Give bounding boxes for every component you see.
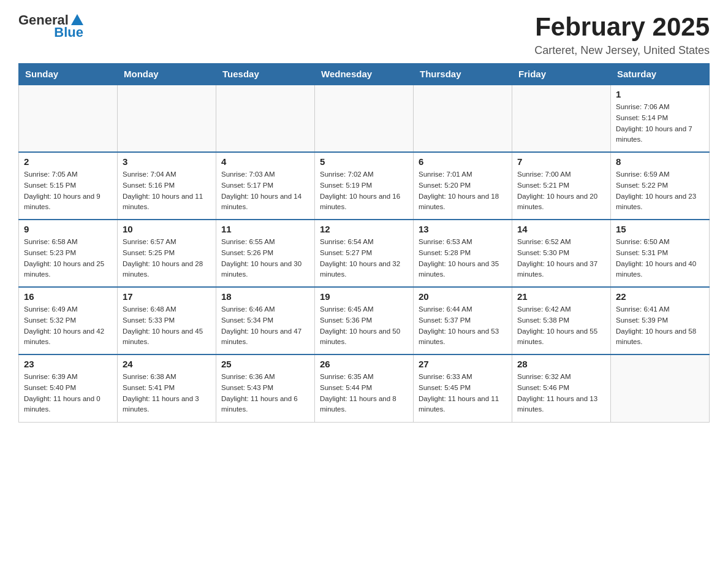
calendar-cell: 25Sunrise: 6:36 AM Sunset: 5:43 PM Dayli… xyxy=(216,354,315,422)
day-number: 5 xyxy=(320,156,408,167)
day-number: 19 xyxy=(320,291,408,302)
day-number: 11 xyxy=(221,224,309,234)
day-info: Sunrise: 6:38 AM Sunset: 5:41 PM Dayligh… xyxy=(123,372,211,415)
calendar-cell: 17Sunrise: 6:48 AM Sunset: 5:33 PM Dayli… xyxy=(118,287,216,354)
day-number: 16 xyxy=(24,291,112,302)
logo-blue-text: Blue xyxy=(54,25,83,40)
day-info: Sunrise: 7:00 AM Sunset: 5:21 PM Dayligh… xyxy=(517,169,605,213)
day-info: Sunrise: 7:01 AM Sunset: 5:20 PM Dayligh… xyxy=(419,169,507,213)
calendar-cell xyxy=(216,85,315,152)
week-row-1: 1Sunrise: 7:06 AM Sunset: 5:14 PM Daylig… xyxy=(19,85,710,152)
day-number: 27 xyxy=(419,359,507,369)
day-header-tuesday: Tuesday xyxy=(216,64,315,85)
day-info: Sunrise: 7:03 AM Sunset: 5:17 PM Dayligh… xyxy=(221,169,309,213)
day-number: 7 xyxy=(517,156,605,167)
calendar-cell: 9Sunrise: 6:58 AM Sunset: 5:23 PM Daylig… xyxy=(19,220,118,287)
day-info: Sunrise: 6:46 AM Sunset: 5:34 PM Dayligh… xyxy=(221,304,309,348)
day-number: 23 xyxy=(24,359,112,369)
calendar-cell: 12Sunrise: 6:54 AM Sunset: 5:27 PM Dayli… xyxy=(315,220,414,287)
day-header-saturday: Saturday xyxy=(611,64,710,85)
day-number: 10 xyxy=(123,224,211,234)
day-number: 8 xyxy=(616,156,704,167)
day-info: Sunrise: 6:53 AM Sunset: 5:28 PM Dayligh… xyxy=(419,237,507,280)
day-number: 3 xyxy=(123,156,211,167)
week-row-2: 2Sunrise: 7:05 AM Sunset: 5:15 PM Daylig… xyxy=(19,152,710,220)
day-header-friday: Friday xyxy=(512,64,611,85)
day-info: Sunrise: 6:33 AM Sunset: 5:45 PM Dayligh… xyxy=(419,372,507,415)
calendar-cell xyxy=(414,85,512,152)
day-number: 21 xyxy=(517,291,605,302)
calendar-cell: 2Sunrise: 7:05 AM Sunset: 5:15 PM Daylig… xyxy=(19,152,118,220)
day-info: Sunrise: 6:44 AM Sunset: 5:37 PM Dayligh… xyxy=(419,304,507,348)
day-info: Sunrise: 7:06 AM Sunset: 5:14 PM Dayligh… xyxy=(616,102,704,145)
calendar-cell: 16Sunrise: 6:49 AM Sunset: 5:32 PM Dayli… xyxy=(19,287,118,354)
calendar-cell: 15Sunrise: 6:50 AM Sunset: 5:31 PM Dayli… xyxy=(611,220,710,287)
day-number: 9 xyxy=(24,224,112,234)
day-number: 20 xyxy=(419,291,507,302)
day-number: 25 xyxy=(221,359,309,369)
calendar-cell: 27Sunrise: 6:33 AM Sunset: 5:45 PM Dayli… xyxy=(414,354,512,422)
calendar-cell: 28Sunrise: 6:32 AM Sunset: 5:46 PM Dayli… xyxy=(512,354,611,422)
day-header-wednesday: Wednesday xyxy=(315,64,414,85)
day-header-sunday: Sunday xyxy=(19,64,118,85)
day-info: Sunrise: 6:57 AM Sunset: 5:25 PM Dayligh… xyxy=(123,237,211,280)
day-info: Sunrise: 6:59 AM Sunset: 5:22 PM Dayligh… xyxy=(616,169,704,213)
logo: General Blue xyxy=(18,12,83,40)
week-row-3: 9Sunrise: 6:58 AM Sunset: 5:23 PM Daylig… xyxy=(19,220,710,287)
calendar-cell: 20Sunrise: 6:44 AM Sunset: 5:37 PM Dayli… xyxy=(414,287,512,354)
day-number: 4 xyxy=(221,156,309,167)
logo-triangle-icon xyxy=(71,14,83,25)
calendar-cell: 22Sunrise: 6:41 AM Sunset: 5:39 PM Dayli… xyxy=(611,287,710,354)
calendar-cell xyxy=(611,354,710,422)
day-info: Sunrise: 6:50 AM Sunset: 5:31 PM Dayligh… xyxy=(616,237,704,280)
day-info: Sunrise: 6:42 AM Sunset: 5:38 PM Dayligh… xyxy=(517,304,605,348)
day-info: Sunrise: 6:55 AM Sunset: 5:26 PM Dayligh… xyxy=(221,237,309,280)
day-info: Sunrise: 6:36 AM Sunset: 5:43 PM Dayligh… xyxy=(221,372,309,415)
day-number: 18 xyxy=(221,291,309,302)
title-section: February 2025 Carteret, New Jersey, Unit… xyxy=(534,12,710,57)
day-info: Sunrise: 7:02 AM Sunset: 5:19 PM Dayligh… xyxy=(320,169,408,213)
day-info: Sunrise: 6:58 AM Sunset: 5:23 PM Dayligh… xyxy=(24,237,112,280)
day-info: Sunrise: 6:48 AM Sunset: 5:33 PM Dayligh… xyxy=(123,304,211,348)
day-info: Sunrise: 6:45 AM Sunset: 5:36 PM Dayligh… xyxy=(320,304,408,348)
calendar-cell xyxy=(118,85,216,152)
week-row-4: 16Sunrise: 6:49 AM Sunset: 5:32 PM Dayli… xyxy=(19,287,710,354)
day-number: 2 xyxy=(24,156,112,167)
day-number: 6 xyxy=(419,156,507,167)
day-info: Sunrise: 6:52 AM Sunset: 5:30 PM Dayligh… xyxy=(517,237,605,280)
calendar-cell: 8Sunrise: 6:59 AM Sunset: 5:22 PM Daylig… xyxy=(611,152,710,220)
calendar-cell: 6Sunrise: 7:01 AM Sunset: 5:20 PM Daylig… xyxy=(414,152,512,220)
calendar-table: SundayMondayTuesdayWednesdayThursdayFrid… xyxy=(18,63,710,423)
day-number: 24 xyxy=(123,359,211,369)
day-info: Sunrise: 6:39 AM Sunset: 5:40 PM Dayligh… xyxy=(24,372,112,415)
calendar-cell: 21Sunrise: 6:42 AM Sunset: 5:38 PM Dayli… xyxy=(512,287,611,354)
day-info: Sunrise: 6:41 AM Sunset: 5:39 PM Dayligh… xyxy=(616,304,704,348)
day-info: Sunrise: 6:32 AM Sunset: 5:46 PM Dayligh… xyxy=(517,372,605,415)
calendar-cell: 24Sunrise: 6:38 AM Sunset: 5:41 PM Dayli… xyxy=(118,354,216,422)
day-number: 28 xyxy=(517,359,605,369)
day-info: Sunrise: 6:54 AM Sunset: 5:27 PM Dayligh… xyxy=(320,237,408,280)
svg-marker-0 xyxy=(71,14,83,25)
day-number: 12 xyxy=(320,224,408,234)
day-number: 26 xyxy=(320,359,408,369)
day-number: 22 xyxy=(616,291,704,302)
day-number: 14 xyxy=(517,224,605,234)
day-info: Sunrise: 7:05 AM Sunset: 5:15 PM Dayligh… xyxy=(24,169,112,213)
calendar-cell: 5Sunrise: 7:02 AM Sunset: 5:19 PM Daylig… xyxy=(315,152,414,220)
calendar-cell xyxy=(512,85,611,152)
calendar-cell: 26Sunrise: 6:35 AM Sunset: 5:44 PM Dayli… xyxy=(315,354,414,422)
calendar-cell: 18Sunrise: 6:46 AM Sunset: 5:34 PM Dayli… xyxy=(216,287,315,354)
calendar-cell: 7Sunrise: 7:00 AM Sunset: 5:21 PM Daylig… xyxy=(512,152,611,220)
day-info: Sunrise: 6:35 AM Sunset: 5:44 PM Dayligh… xyxy=(320,372,408,415)
calendar-cell: 4Sunrise: 7:03 AM Sunset: 5:17 PM Daylig… xyxy=(216,152,315,220)
day-number: 15 xyxy=(616,224,704,234)
day-info: Sunrise: 7:04 AM Sunset: 5:16 PM Dayligh… xyxy=(123,169,211,213)
calendar-cell: 19Sunrise: 6:45 AM Sunset: 5:36 PM Dayli… xyxy=(315,287,414,354)
calendar-cell: 1Sunrise: 7:06 AM Sunset: 5:14 PM Daylig… xyxy=(611,85,710,152)
day-info: Sunrise: 6:49 AM Sunset: 5:32 PM Dayligh… xyxy=(24,304,112,348)
calendar-header-row: SundayMondayTuesdayWednesdayThursdayFrid… xyxy=(19,64,710,85)
calendar-cell: 23Sunrise: 6:39 AM Sunset: 5:40 PM Dayli… xyxy=(19,354,118,422)
day-number: 13 xyxy=(419,224,507,234)
day-header-monday: Monday xyxy=(118,64,216,85)
calendar-subtitle: Carteret, New Jersey, United States xyxy=(534,44,710,57)
